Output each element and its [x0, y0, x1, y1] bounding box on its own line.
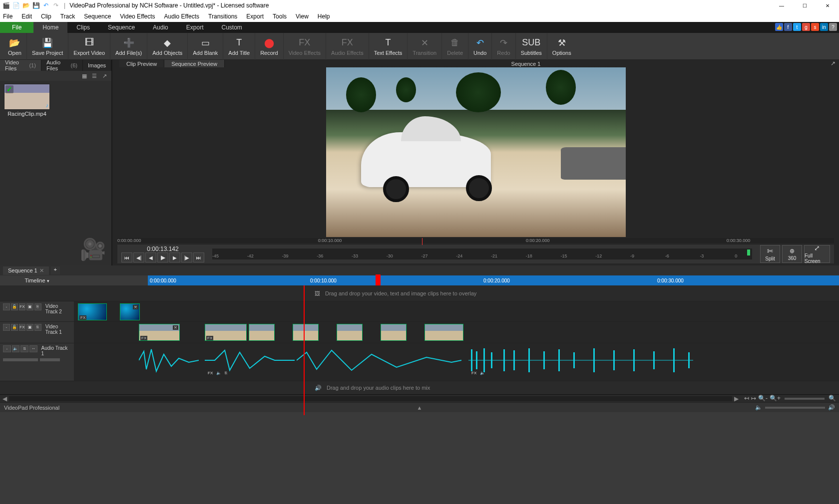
master-volume-slider[interactable]: [765, 407, 825, 409]
menu-help[interactable]: Help: [317, 12, 331, 21]
close-icon[interactable]: ✕: [39, 267, 44, 274]
ribbon-delete-button[interactable]: 🗑Delete: [442, 33, 468, 60]
sequence-tab-1[interactable]: Sequence 1✕: [3, 266, 49, 275]
add-sequence-button[interactable]: +: [51, 266, 60, 274]
menu-track[interactable]: Track: [59, 12, 76, 21]
timeline-clip[interactable]: ⤧: [120, 303, 140, 320]
facebook-icon[interactable]: f: [784, 23, 792, 31]
ribbon-record-button[interactable]: ⬤Record: [255, 33, 283, 60]
bin-tab-audio[interactable]: Audio Files (6): [41, 60, 83, 71]
timeline-mode-dropdown[interactable]: Timeline ▾: [0, 277, 74, 283]
play-button[interactable]: ▶: [157, 252, 168, 262]
timeline-clip[interactable]: [249, 324, 275, 341]
like-icon[interactable]: 👍: [775, 23, 783, 31]
track-link-icon[interactable]: ⎘: [34, 303, 41, 310]
timeline-ruler[interactable]: 0:00:00.000 0:00:10.000 0:00:20.000 0:00…: [148, 275, 839, 285]
ribbon-redo-button[interactable]: ↷Redo: [492, 33, 515, 60]
track-lock-icon[interactable]: 🔓: [11, 324, 18, 331]
audio-clip[interactable]: [139, 345, 199, 375]
timeline-playhead[interactable]: [376, 274, 381, 285]
twitter-icon[interactable]: t: [793, 23, 801, 31]
timeline-clip[interactable]: FX: [205, 324, 247, 341]
ribbon-transition-button[interactable]: ✕Transition: [408, 33, 442, 60]
ribbon-tab-sequence[interactable]: Sequence: [99, 22, 144, 33]
nav-next-icon[interactable]: ↦: [751, 395, 756, 403]
ribbon-export-video-button[interactable]: 🎞Export Video: [68, 33, 110, 60]
menu-tools[interactable]: Tools: [272, 12, 288, 21]
ribbon-tab-export[interactable]: Export: [177, 22, 213, 33]
menu-edit[interactable]: Edit: [20, 12, 33, 21]
next-frame-button[interactable]: |▶: [181, 252, 192, 262]
menu-transitions[interactable]: Transitions: [207, 12, 238, 21]
ribbon-tab-file[interactable]: File: [0, 22, 33, 33]
ribbon-tab-custom[interactable]: Custom: [212, 22, 251, 33]
new-icon[interactable]: 📄: [12, 1, 20, 9]
pan-slider[interactable]: [40, 358, 60, 361]
ribbon-video-effects-button[interactable]: FXVideo Effects: [284, 33, 326, 60]
timeline-clip[interactable]: [424, 324, 463, 341]
track-collapse-icon[interactable]: -: [3, 345, 11, 352]
volume-icon[interactable]: 🔈: [755, 404, 762, 411]
minimize-button[interactable]: —: [770, 0, 793, 11]
view-list-icon[interactable]: ☰: [90, 73, 98, 79]
ribbon-tab-audio[interactable]: Audio: [144, 22, 177, 33]
zoom-out-icon[interactable]: 🔍-: [758, 395, 768, 403]
track-fx-icon[interactable]: FX: [19, 303, 26, 310]
clip-thumb[interactable]: RacingClip.mp4: [3, 84, 51, 117]
tab-sequence-preview[interactable]: Sequence Preview: [164, 60, 225, 67]
track-lock-icon[interactable]: 🔓: [11, 303, 18, 310]
scroll-left-button[interactable]: ◀: [0, 395, 9, 402]
ribbon-add-objects-button[interactable]: ◆Add Objects: [147, 33, 188, 60]
scroll-right-button[interactable]: ▶: [732, 395, 741, 402]
audio-clip[interactable]: [297, 345, 461, 375]
ruler-playhead[interactable]: [422, 238, 422, 245]
timeline-clip[interactable]: [381, 324, 407, 341]
video-track-2-lane[interactable]: FX ⤧: [74, 301, 839, 321]
track-mute-icon[interactable]: 🔈: [12, 345, 20, 352]
open-icon[interactable]: 📂: [22, 1, 30, 9]
linkedin-icon[interactable]: in: [820, 23, 828, 31]
audio-clip[interactable]: FX🔈⎘: [205, 345, 295, 375]
menu-sequence[interactable]: Sequence: [83, 12, 112, 21]
menu-audio-effects[interactable]: Audio Effects: [163, 12, 201, 21]
bin-tab-video[interactable]: Video Files (1): [0, 60, 41, 71]
volume-slider[interactable]: [3, 358, 38, 361]
track-pan-icon[interactable]: ↔: [29, 345, 37, 352]
track-link-icon[interactable]: ⎘: [34, 324, 41, 331]
ribbon-tab-clips[interactable]: Clips: [67, 22, 99, 33]
ribbon-undo-button[interactable]: ↶Undo: [468, 33, 492, 60]
undo-icon[interactable]: ↶: [42, 1, 50, 9]
go-start-button[interactable]: ⏮: [121, 252, 132, 262]
track-view-icon[interactable]: ▣: [26, 324, 33, 331]
timeline-clip[interactable]: FX⤧: [139, 324, 180, 341]
preview-ruler[interactable]: 0:00:00.000 0:00:10.000 0:00:20.000 0:00…: [117, 238, 834, 243]
timeline-clip[interactable]: FX: [78, 303, 107, 320]
redo-icon[interactable]: ↷: [52, 1, 60, 9]
fullscreen-button[interactable]: ⤢Full Screen: [804, 245, 830, 263]
expand-up-icon[interactable]: ▲: [417, 405, 422, 411]
ribbon-save-project-button[interactable]: 💾Save Project: [27, 33, 68, 60]
track-collapse-icon[interactable]: -: [3, 303, 10, 310]
ribbon-add-blank-button[interactable]: ▭Add Blank: [188, 33, 223, 60]
stumble-icon[interactable]: s: [811, 23, 819, 31]
ribbon-add-file-s--button[interactable]: ➕Add File(s): [110, 33, 147, 60]
ribbon-tab-home[interactable]: Home: [33, 22, 67, 33]
menu-view[interactable]: View: [295, 12, 310, 21]
timeline-clip[interactable]: [293, 324, 319, 341]
track-fx-icon[interactable]: FX: [19, 324, 26, 331]
zoom-fit-icon[interactable]: 🔍: [829, 395, 836, 403]
go-end-button[interactable]: ⏭: [193, 252, 204, 262]
step-fwd-button[interactable]: ▶: [169, 252, 180, 262]
video-track-1-lane[interactable]: FX⤧ FX: [74, 322, 839, 343]
tab-clip-preview[interactable]: Clip Preview: [119, 60, 164, 67]
timeline-scrollbar[interactable]: ◀ ▶ ↤ ↦ 🔍- 🔍+ 🔍: [0, 394, 839, 402]
save-icon[interactable]: 💾: [32, 1, 40, 9]
help-icon[interactable]: ?: [829, 23, 837, 31]
zoom-slider[interactable]: [785, 398, 825, 400]
close-button[interactable]: ✕: [816, 0, 839, 11]
menu-file[interactable]: File: [2, 12, 13, 21]
zoom-in-icon[interactable]: 🔍+: [770, 395, 781, 403]
menu-clip[interactable]: Clip: [40, 12, 52, 21]
track-collapse-icon[interactable]: -: [3, 324, 10, 331]
ribbon-audio-effects-button[interactable]: FXAudio Effects: [326, 33, 369, 60]
